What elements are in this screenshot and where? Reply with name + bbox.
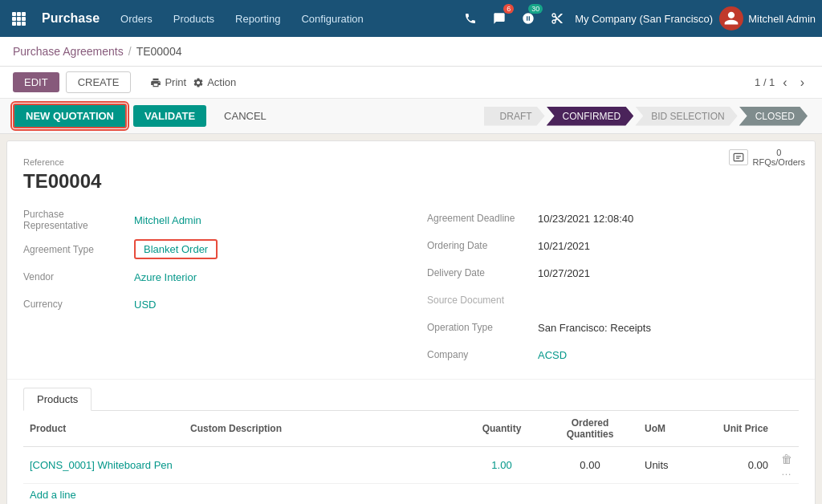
table-row: [CONS_0001] Whiteboard Pen 1.00 0.00 Uni… [23, 447, 799, 484]
form-grid: PurchaseRepresentative Mitchell Admin Ag… [23, 209, 799, 364]
form-section: Reference TE00004 PurchaseRepresentative… [7, 141, 815, 372]
agreement-type-label: Agreement Type [23, 244, 128, 255]
svg-rect-5 [22, 17, 26, 21]
reference-value: TE00004 [23, 170, 799, 193]
col-header-product: Product [23, 411, 184, 447]
vendor-value[interactable]: Azure Interior [134, 271, 197, 283]
svg-rect-2 [22, 12, 26, 16]
status-bar: NEW QUOTATION VALIDATE CANCEL DRAFT CONF… [0, 99, 822, 134]
purchase-rep-value[interactable]: Mitchell Admin [134, 214, 201, 226]
col-header-quantity: Quantity [462, 411, 542, 447]
ordered-qty-cell: 0.00 [542, 447, 638, 484]
tab-products[interactable]: Products [23, 388, 92, 411]
activity-icon[interactable]: 30 [517, 7, 539, 30]
operation-type-value: San Francisco: Receipts [538, 322, 651, 334]
step-draft[interactable]: DRAFT [484, 107, 545, 126]
rfq-badge[interactable]: 0 RFQs/Orders [729, 148, 805, 167]
col-header-description: Custom Description [184, 411, 462, 447]
quantity-cell[interactable]: 1.00 [462, 447, 542, 484]
delivery-date-row: Delivery Date 10/27/2021 [427, 263, 799, 282]
action-button[interactable]: Action [193, 76, 236, 88]
breadcrumb-parent[interactable]: Purchase Agreements [13, 45, 124, 58]
purchase-rep-label: PurchaseRepresentative [23, 209, 128, 231]
svg-rect-3 [12, 17, 16, 21]
tabs-section: Products [7, 379, 815, 411]
agreement-deadline-row: Agreement Deadline 10/23/2021 12:08:40 [427, 209, 799, 228]
action-label: Action [207, 76, 236, 88]
source-document-label: Source Document [427, 295, 531, 306]
next-button[interactable]: › [796, 74, 809, 91]
cancel-button[interactable]: CANCEL [213, 105, 278, 127]
product-cell: [CONS_0001] Whiteboard Pen [23, 447, 184, 484]
app-brand[interactable]: Purchase [34, 11, 108, 26]
delete-icon[interactable]: 🗑 [781, 453, 792, 465]
svg-rect-0 [12, 12, 16, 16]
messages-icon[interactable]: 6 [488, 7, 511, 30]
product-link[interactable]: [CONS_0001] Whiteboard Pen [30, 459, 173, 471]
prev-button[interactable]: ‹ [778, 74, 791, 91]
agreement-deadline-value: 10/23/2021 12:08:40 [538, 213, 633, 225]
row-delete-cell: 🗑 … [775, 447, 799, 484]
agreement-deadline-label: Agreement Deadline [427, 213, 531, 224]
nav-orders[interactable]: Orders [111, 8, 162, 30]
pagination-text: 1 / 1 [755, 76, 775, 88]
create-button[interactable]: CREATE [66, 71, 132, 93]
messages-badge: 6 [503, 4, 514, 14]
step-bid-selection[interactable]: BID SELECTION [635, 107, 737, 126]
validate-button[interactable]: VALIDATE [133, 105, 206, 127]
new-quotation-button[interactable]: NEW QUOTATION [13, 104, 127, 128]
nav-reporting[interactable]: Reporting [226, 8, 290, 30]
action-bar: EDIT CREATE Print Action 1 / 1 ‹ › [0, 67, 822, 99]
agreement-type-value[interactable]: Blanket Order [134, 239, 218, 259]
company-value[interactable]: ACSD [538, 349, 567, 361]
ordering-date-row: Ordering Date 10/21/2021 [427, 236, 799, 255]
print-label: Print [165, 76, 186, 88]
rfq-badge-inner[interactable]: 0 RFQs/Orders [729, 148, 805, 167]
unit-price-cell[interactable]: 0.00 [694, 447, 775, 484]
activity-badge: 30 [528, 4, 543, 14]
top-navigation: Purchase Orders Products Reporting Confi… [0, 0, 822, 37]
description-cell [184, 447, 462, 484]
svg-rect-7 [17, 22, 21, 26]
breadcrumb-current: TE00004 [136, 45, 182, 58]
add-line-button[interactable]: Add a line [23, 484, 83, 504]
col-header-actions [775, 411, 799, 447]
currency-value[interactable]: USD [134, 299, 156, 311]
print-button[interactable]: Print [150, 76, 186, 88]
col-header-ordered-qty: Ordered Quantities [542, 411, 638, 447]
scissors-icon[interactable] [546, 7, 568, 30]
tab-list: Products [23, 388, 799, 411]
ordering-date-value: 10/21/2021 [538, 240, 590, 252]
nav-items: Orders Products Reporting Configuration [111, 8, 456, 30]
col-header-unit-price: Unit Price [694, 411, 775, 447]
pagination: 1 / 1 ‹ › [755, 74, 809, 91]
currency-row: Currency USD [23, 295, 395, 314]
breadcrumb: Purchase Agreements / TE00004 [0, 37, 822, 67]
breadcrumb-separator: / [128, 45, 132, 58]
delivery-date-label: Delivery Date [427, 267, 531, 278]
svg-rect-4 [17, 17, 21, 21]
company-name: My Company (San Francisco) [575, 13, 713, 25]
purchase-rep-row: PurchaseRepresentative Mitchell Admin [23, 209, 395, 231]
delivery-date-value: 10/27/2021 [538, 267, 590, 279]
ordering-date-label: Ordering Date [427, 240, 531, 251]
step-closed[interactable]: CLOSED [739, 107, 808, 126]
main-content: 0 RFQs/Orders Reference TE00004 Purchase… [6, 140, 816, 504]
company-label: Company [427, 349, 531, 360]
col-header-uom: UoM [638, 411, 694, 447]
step-confirmed[interactable]: CONFIRMED [547, 107, 634, 126]
operation-type-label: Operation Type [427, 322, 531, 333]
grid-menu-icon[interactable] [6, 6, 31, 30]
phone-icon[interactable] [459, 7, 482, 30]
nav-products[interactable]: Products [164, 8, 224, 30]
source-doc-row: Source Document [427, 291, 799, 310]
edit-button[interactable]: EDIT [13, 72, 59, 92]
form-left: PurchaseRepresentative Mitchell Admin Ag… [23, 209, 395, 364]
currency-label: Currency [23, 299, 128, 310]
agreement-type-row: Agreement Type Blanket Order [23, 239, 395, 259]
user-menu[interactable]: Mitchell Admin [719, 6, 816, 30]
vendor-row: Vendor Azure Interior [23, 267, 395, 287]
vendor-label: Vendor [23, 271, 128, 282]
nav-configuration[interactable]: Configuration [291, 8, 372, 30]
table-section: Product Custom Description Quantity Orde… [7, 411, 815, 504]
